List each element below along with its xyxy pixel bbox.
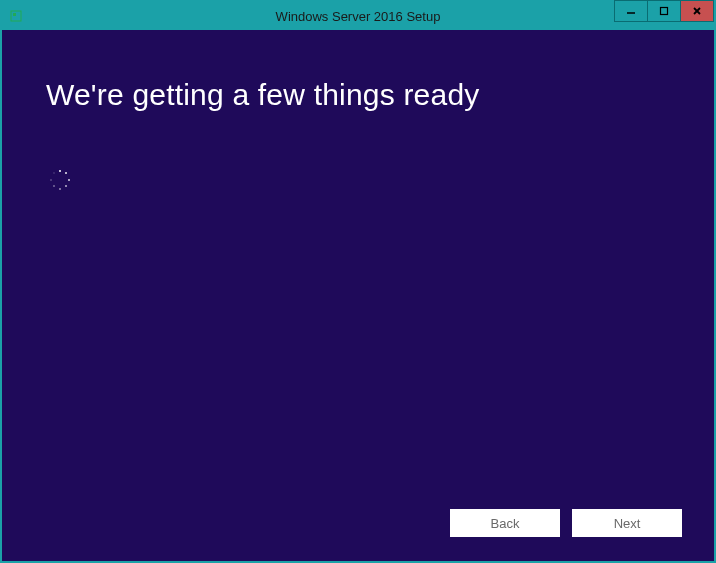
- loading-spinner-icon: [50, 170, 70, 190]
- next-button[interactable]: Next: [572, 509, 682, 537]
- setup-content: We're getting a few things ready Back Ne…: [2, 30, 714, 561]
- back-button[interactable]: Back: [450, 509, 560, 537]
- close-button[interactable]: [680, 0, 714, 22]
- app-icon: [8, 8, 24, 24]
- setup-window: Windows Server 2016 Setup We're getting …: [0, 0, 716, 563]
- minimize-button[interactable]: [614, 0, 648, 22]
- maximize-button[interactable]: [647, 0, 681, 22]
- window-title: Windows Server 2016 Setup: [2, 9, 714, 24]
- footer-buttons: Back Next: [450, 509, 682, 537]
- titlebar: Windows Server 2016 Setup: [2, 2, 714, 30]
- svg-rect-1: [13, 13, 16, 16]
- page-heading: We're getting a few things ready: [46, 78, 670, 112]
- svg-rect-3: [661, 8, 668, 15]
- window-controls: [614, 2, 714, 30]
